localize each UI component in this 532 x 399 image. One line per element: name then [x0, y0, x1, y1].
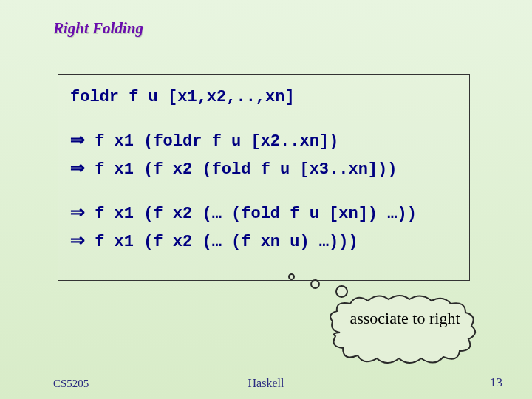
code-line-1: foldr f u [x1,x2,..,xn]: [70, 85, 457, 110]
code-gap: [70, 183, 457, 199]
code-gap: [70, 110, 457, 126]
page-number: 13: [490, 375, 502, 390]
code-line-5: ⇒ f x1 (f x2 (… (f xn u) …))): [70, 227, 457, 255]
code-line-4: ⇒ f x1 (f x2 (… (fold f u [xn]) …)): [70, 199, 457, 227]
callout-text: associate to right: [346, 309, 464, 327]
bubble-icon: [310, 279, 320, 289]
code-line-3: ⇒ f x1 (f x2 (fold f u [x3..xn])): [70, 154, 457, 183]
implies-icon: ⇒: [70, 130, 85, 149]
implies-icon: ⇒: [70, 231, 85, 250]
code-box: foldr f u [x1,x2,..,xn] ⇒ f x1 (foldr f …: [58, 74, 470, 281]
code-text: f x1 (f x2 (fold f u [x3..xn])): [85, 160, 397, 179]
bubble-icon: [288, 273, 295, 280]
slide-title: Right Folding: [53, 19, 143, 38]
code-text: f x1 (f x2 (… (fold f u [xn]) …)): [85, 205, 417, 223]
footer-topic: Haskell: [0, 377, 532, 390]
cloud-icon: [325, 292, 479, 366]
code-line-2: ⇒ f x1 (foldr f u [x2..xn]): [70, 126, 457, 154]
implies-icon: ⇒: [70, 158, 85, 177]
code-text: f x1 (f x2 (… (f xn u) …))): [85, 233, 358, 251]
code-text: f x1 (foldr f u [x2..xn]): [85, 132, 338, 151]
implies-icon: ⇒: [70, 202, 85, 222]
